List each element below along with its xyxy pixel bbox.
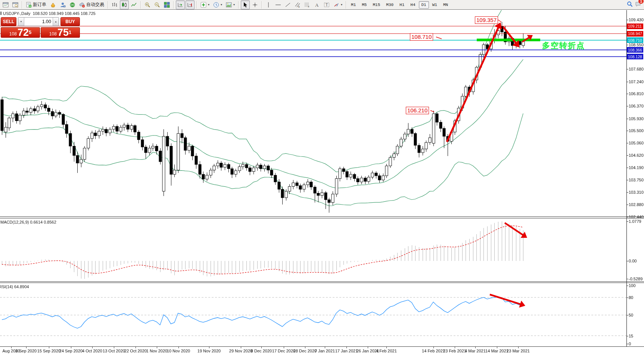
toolbar-separator	[261, 1, 262, 9]
periods-button[interactable]: ▾	[212, 0, 224, 9]
sell-button[interactable]: SELL	[1, 17, 16, 26]
volume-increase-icon[interactable]: ▴	[53, 18, 59, 26]
shift-chart-icon	[187, 2, 193, 8]
price-tick-label: 105.060	[629, 141, 644, 145]
line-chart-button[interactable]	[130, 0, 139, 9]
buy-price-prefix: 108	[49, 31, 57, 37]
timeframe-mn[interactable]: MN	[441, 1, 451, 9]
price-tick-label: 104.190	[629, 165, 644, 170]
text-label-button[interactable]: T	[322, 0, 331, 9]
toolbar: 新订单自动交易▾▾▾EFAT▾M1M5M15M30H1H4D1W1MN1	[0, 0, 644, 10]
volume-decrease-icon[interactable]: ▾	[18, 18, 24, 26]
sell-price-tile[interactable]: 108725	[1, 27, 40, 38]
date-tick-label: 4 Oct 2020	[82, 349, 102, 353]
indicators-button[interactable]: ▾	[199, 0, 211, 9]
buy-price-big: 75	[57, 28, 69, 37]
timeframe-m30[interactable]: M30	[383, 1, 396, 9]
text-icon: A	[314, 2, 320, 8]
buy-price-sup: 1	[69, 28, 71, 37]
buy-price-tile[interactable]: 108751	[41, 27, 80, 38]
vline-button[interactable]	[264, 0, 273, 9]
peak-price-callout[interactable]: 109.357	[475, 16, 498, 24]
date-tick-label: 23 Feb 2021	[443, 349, 466, 353]
cursor-button[interactable]	[241, 0, 250, 9]
chart-icon	[0, 12, 2, 15]
rsi-tick-label: 15	[629, 334, 633, 338]
price-tick-label: 105.500	[629, 128, 644, 133]
text-button[interactable]: A	[312, 0, 321, 9]
zoom-out-button[interactable]	[153, 0, 162, 9]
svg-text:A: A	[315, 2, 319, 8]
timeframe-w1[interactable]: W1	[430, 1, 440, 9]
price-tick-label: 102.880	[629, 202, 644, 207]
hline-button[interactable]	[274, 0, 283, 9]
toolbar-separator	[196, 1, 197, 9]
timeframe-m5[interactable]: M5	[359, 1, 369, 9]
auto-scroll-button[interactable]	[176, 0, 185, 9]
candlestick-icon	[121, 2, 127, 8]
rsi-tick-label: 80	[629, 295, 633, 300]
macd-label: MACD(12,26,9) 0.6614 0.8562	[0, 220, 56, 224]
turning-point-note[interactable]: 多空转折点	[542, 40, 585, 51]
chart-canvas[interactable]	[0, 0, 644, 355]
tick-chart-icon	[12, 2, 18, 8]
date-tick-label: 8 Dec 2020	[251, 349, 272, 353]
zoom-in-button[interactable]	[143, 0, 152, 9]
candlestick-button[interactable]	[120, 0, 129, 9]
scroll-end-icon	[177, 2, 183, 8]
signals-button[interactable]	[68, 0, 77, 9]
timeframe-h1[interactable]: H1	[397, 1, 407, 9]
volume-input[interactable]: 1.00	[24, 18, 53, 26]
buy-button[interactable]: BUY	[60, 17, 80, 26]
community-button[interactable]	[58, 0, 67, 9]
toolbar-separator	[173, 1, 174, 9]
price-tick-label: 105.930	[629, 116, 644, 121]
chart-ohlc-header: USDJPY-,Daily 108.520 108.949 108.445 10…	[3, 11, 96, 16]
crosshair-button[interactable]	[251, 0, 259, 9]
timeframe-h4[interactable]: H4	[408, 1, 418, 9]
date-tick-label: 14 Mar 2021	[485, 349, 508, 353]
sell-price-sup: 5	[29, 28, 31, 37]
chat-button[interactable]: 1	[635, 1, 641, 9]
autotrade-button[interactable]: 自动交易	[78, 0, 106, 9]
market-button[interactable]	[49, 0, 57, 9]
autotrade-button-label: 自动交易	[86, 1, 104, 8]
date-tick-label: 4 Mar 2021	[465, 349, 486, 353]
price-tick-label: 107.240	[629, 80, 644, 84]
search-icon[interactable]	[627, 1, 633, 9]
rsi-tick-label: 0	[629, 342, 631, 346]
macd-tick-label: 0.00	[629, 259, 637, 263]
timeframe-m15[interactable]: M15	[370, 1, 383, 9]
arrows-button[interactable]: ▾	[332, 0, 344, 9]
date-tick-label: 14 Feb 2021	[422, 349, 445, 353]
date-tick-label: 7 Jan 2021	[315, 349, 335, 353]
new-order-button-label: 新订单	[33, 1, 46, 8]
chevron-down-icon: ▾	[233, 3, 235, 6]
autotrade-icon	[79, 2, 85, 8]
arrow-tool-icon	[333, 2, 339, 8]
rsi-label: RSI(14) 64.8904	[0, 284, 29, 289]
templates-button[interactable]: ▾	[224, 0, 236, 9]
timeframe-d1[interactable]: D1	[419, 1, 429, 9]
new-order-icon	[26, 2, 32, 8]
svg-text:F: F	[308, 6, 309, 8]
new-order-button[interactable]: 新订单	[24, 0, 48, 9]
tile-windows-button[interactable]	[162, 0, 171, 9]
price-level-badge: 108.710	[627, 37, 643, 43]
level-price-callout[interactable]: 108.710	[410, 33, 433, 41]
tick-chart-button[interactable]	[11, 0, 20, 9]
bar-chart-button[interactable]	[110, 0, 119, 9]
toolbar-separator	[238, 1, 239, 9]
trendline-button[interactable]	[283, 0, 292, 9]
chart-window-button[interactable]	[1, 0, 10, 9]
fibonacci-button[interactable]: F	[303, 0, 312, 9]
breakout-price-callout[interactable]: 106.210	[406, 107, 429, 114]
rsi-tick-label: 50	[629, 313, 633, 317]
price-tick-label: 106.370	[629, 104, 644, 108]
equidistant-channel-button[interactable]: E	[293, 0, 302, 9]
svg-text:T: T	[326, 3, 328, 7]
chart-shift-button[interactable]	[186, 0, 195, 9]
volume-stepper[interactable]: ▾ 1.00 ▴	[18, 17, 59, 26]
zoom-in-icon	[144, 2, 150, 8]
timeframe-m1[interactable]: M1	[348, 1, 358, 9]
